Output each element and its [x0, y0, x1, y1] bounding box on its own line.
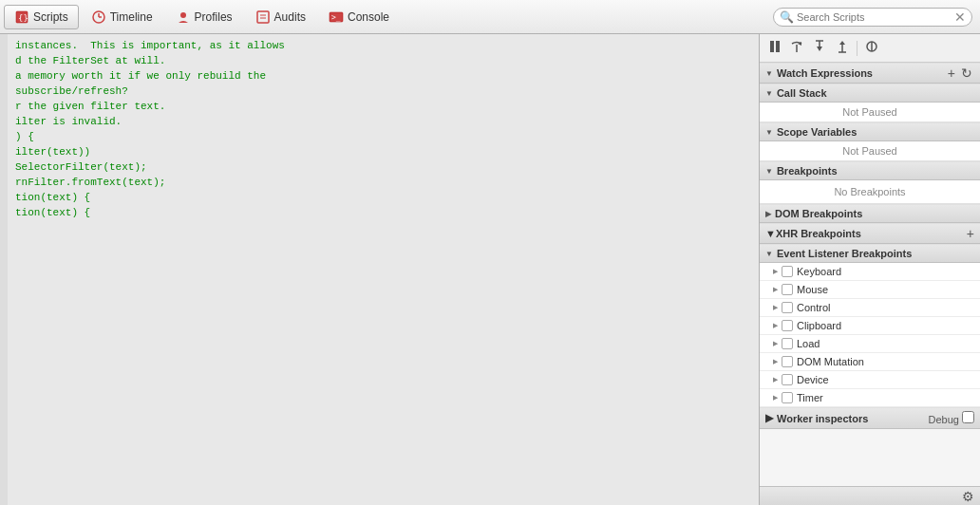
- breakpoints-status: No Breakpoints: [834, 186, 905, 197]
- scroll-strip[interactable]: [0, 34, 8, 505]
- tab-scripts[interactable]: {} Scripts: [4, 5, 79, 29]
- svg-text:>_: >_: [331, 13, 341, 22]
- event-item-load[interactable]: ▶ Load: [760, 335, 980, 353]
- scope-variables-label: Scope Variables: [777, 126, 857, 138]
- debug-text-label: Debug: [929, 414, 959, 425]
- breakpoints-header[interactable]: ▼ Breakpoints: [760, 161, 980, 180]
- pause-button[interactable]: [765, 38, 784, 58]
- code-line: tion(text) {: [15, 205, 751, 220]
- search-input[interactable]: [797, 11, 954, 23]
- mouse-checkbox[interactable]: [782, 284, 793, 295]
- svg-rect-11: [770, 41, 774, 52]
- xhr-breakpoints-header[interactable]: ▼ XHR Breakpoints +: [760, 223, 980, 244]
- tab-timeline[interactable]: Timeline: [81, 5, 163, 29]
- step-out-button[interactable]: [832, 38, 853, 58]
- control-expand-icon: ▶: [773, 304, 778, 311]
- settings-button[interactable]: ⚙: [962, 489, 974, 504]
- clipboard-label: Clipboard: [797, 320, 841, 331]
- control-checkbox[interactable]: [782, 302, 793, 313]
- svg-marker-19: [839, 41, 845, 45]
- svg-point-5: [180, 12, 186, 18]
- event-listener-triangle: ▼: [765, 250, 773, 258]
- search-clear-icon[interactable]: ✕: [954, 10, 966, 24]
- dom-mutation-label: DOM Mutation: [797, 356, 864, 367]
- event-item-clipboard[interactable]: ▶ Clipboard: [760, 317, 980, 335]
- tab-console[interactable]: >_ Console: [318, 5, 400, 29]
- debug-checkbox[interactable]: [962, 411, 974, 423]
- tab-audits[interactable]: Audits: [245, 5, 316, 29]
- code-line: r the given filter text.: [15, 99, 751, 114]
- code-line: a memory worth it if we only rebuild the: [15, 68, 751, 84]
- code-line: ) {: [15, 129, 751, 144]
- event-item-device[interactable]: ▶ Device: [760, 371, 980, 389]
- xhr-breakpoints-label: XHR Breakpoints: [776, 228, 861, 239]
- dom-mutation-expand-icon: ▶: [773, 358, 778, 365]
- deactivate-button[interactable]: [861, 38, 882, 58]
- tab-profiles-label: Profiles: [195, 10, 233, 24]
- timer-label: Timer: [797, 392, 823, 403]
- code-panel: instances. This is important, as it allo…: [0, 34, 760, 505]
- watch-expressions-actions: + ↻: [946, 66, 974, 80]
- profiles-icon: [176, 9, 191, 25]
- main-layout: instances. This is important, as it allo…: [0, 34, 980, 505]
- timer-checkbox[interactable]: [782, 392, 793, 403]
- scope-variables-header[interactable]: ▼ Scope Variables: [760, 122, 980, 141]
- breakpoints-content: No Breakpoints: [760, 180, 980, 204]
- svg-marker-16: [817, 47, 822, 51]
- breakpoints-triangle: ▼: [765, 167, 773, 176]
- step-over-button[interactable]: [786, 38, 807, 58]
- worker-triangle: ▶: [765, 412, 773, 424]
- watch-refresh-button[interactable]: ↻: [959, 66, 974, 80]
- worker-debug-area: Debug: [929, 411, 974, 425]
- right-panel: ▼ Watch Expressions + ↻ ▼ Call Stack Not…: [760, 34, 980, 505]
- right-sections[interactable]: ▼ Watch Expressions + ↻ ▼ Call Stack Not…: [760, 63, 980, 486]
- main-toolbar: {} Scripts Timeline Profiles Audits >_ C…: [0, 0, 980, 34]
- bottom-bar: ⚙: [760, 486, 980, 505]
- code-line: instances. This is important, as it allo…: [15, 38, 751, 53]
- device-label: Device: [797, 374, 829, 385]
- tab-profiles[interactable]: Profiles: [165, 5, 243, 29]
- tab-scripts-label: Scripts: [33, 10, 68, 24]
- scope-variables-status: Not Paused: [842, 145, 896, 157]
- call-stack-label: Call Stack: [777, 87, 827, 99]
- call-stack-content: Not Paused: [760, 103, 980, 122]
- load-label: Load: [797, 338, 820, 349]
- dom-breakpoints-label: DOM Breakpoints: [775, 208, 862, 219]
- device-expand-icon: ▶: [773, 376, 778, 383]
- dom-breakpoints-header[interactable]: ▶ DOM Breakpoints: [760, 204, 980, 223]
- clipboard-checkbox[interactable]: [782, 320, 793, 331]
- keyboard-label: Keyboard: [797, 266, 841, 277]
- device-checkbox[interactable]: [782, 374, 793, 385]
- worker-inspectors-label: Worker inspectors: [777, 413, 868, 424]
- event-item-dom-mutation[interactable]: ▶ DOM Mutation: [760, 353, 980, 371]
- xhr-triangle: ▼: [765, 228, 776, 239]
- watch-expressions-label: Watch Expressions: [777, 67, 873, 79]
- watch-expressions-header[interactable]: ▼ Watch Expressions + ↻: [760, 63, 980, 84]
- worker-inspectors-header[interactable]: ▶ Worker inspectors Debug: [760, 407, 980, 429]
- keyboard-checkbox[interactable]: [782, 266, 793, 277]
- event-item-control[interactable]: ▶ Control: [760, 299, 980, 317]
- xhr-add-button[interactable]: +: [967, 227, 974, 240]
- load-checkbox[interactable]: [782, 338, 793, 349]
- control-label: Control: [797, 302, 830, 313]
- mouse-label: Mouse: [797, 284, 828, 295]
- scripts-icon: {}: [14, 9, 29, 25]
- dom-mutation-checkbox[interactable]: [782, 356, 793, 367]
- watch-add-button[interactable]: +: [946, 66, 957, 80]
- code-editor[interactable]: instances. This is important, as it allo…: [8, 34, 759, 505]
- call-stack-header[interactable]: ▼ Call Stack: [760, 84, 980, 103]
- search-box: 🔍 ✕: [773, 8, 972, 27]
- event-item-mouse[interactable]: ▶ Mouse: [760, 281, 980, 299]
- event-item-timer[interactable]: ▶ Timer: [760, 389, 980, 407]
- step-into-button[interactable]: [809, 38, 830, 58]
- scope-variables-triangle: ▼: [765, 128, 773, 137]
- breakpoints-label: Breakpoints: [777, 165, 838, 177]
- scope-variables-content: Not Paused: [760, 141, 980, 161]
- event-item-keyboard[interactable]: ▶ Keyboard: [760, 263, 980, 281]
- search-magnify-icon: 🔍: [780, 10, 794, 24]
- debug-divider: [857, 41, 858, 56]
- watch-expressions-triangle: ▼: [765, 69, 773, 78]
- event-listener-breakpoints-header[interactable]: ▼ Event Listener Breakpoints: [760, 244, 980, 263]
- debug-toolbar: [760, 34, 980, 63]
- svg-rect-12: [776, 41, 780, 52]
